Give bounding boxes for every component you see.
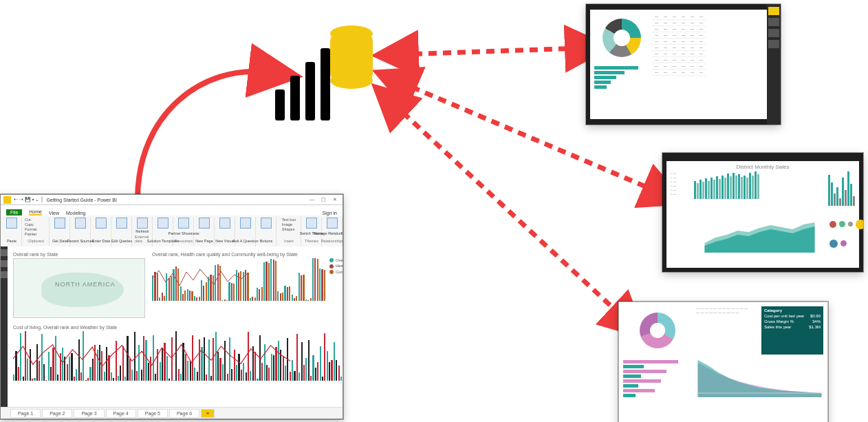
ribbon-new-page[interactable]: New Page xyxy=(195,240,213,244)
ribbon-group-insert: Insert xyxy=(284,239,294,243)
ribbon-copy[interactable]: Copy xyxy=(25,222,47,227)
ribbon-format-painter[interactable]: Format Painter xyxy=(25,227,47,237)
ribbon-get-data[interactable]: Get Data xyxy=(52,240,67,244)
monthly-bars[interactable] xyxy=(694,171,825,199)
kpi-header: Category xyxy=(764,308,821,313)
data-table[interactable]: —————— —————— —————— —————— —————— —————… xyxy=(652,14,706,76)
ribbon-group-clipboard: Clipboard xyxy=(28,239,44,243)
ribbon: Paste Cut Copy Format Painter Clipboard … xyxy=(1,215,343,249)
svg-marker-3 xyxy=(698,360,822,397)
page-tabs[interactable]: Page 1 Page 2 Page 3 Page 4 Page 5 Page … xyxy=(1,407,343,419)
publish-arrow xyxy=(138,72,265,200)
ribbon-tabs[interactable]: File Home View Modeling Sign in xyxy=(1,205,343,215)
tool-icon[interactable] xyxy=(768,18,779,26)
tool-icon[interactable] xyxy=(768,40,779,48)
viz2-bars[interactable] xyxy=(152,258,325,301)
ribbon-relationships[interactable]: Manage Relationships xyxy=(314,232,343,236)
signin-link[interactable]: Sign in xyxy=(323,211,337,215)
report-canvas[interactable]: Overall rank by State NORTH AMERICA Over… xyxy=(8,246,343,408)
report-title: District Monthly Sales xyxy=(671,164,855,170)
qat: ⇠ ⇢ 💾 • ⌄ │ xyxy=(14,197,44,202)
text-block: — — — — — — — — — — — —— — — — — — — — —… xyxy=(696,306,757,355)
file-tab[interactable]: File xyxy=(6,209,22,215)
page-tab[interactable]: Page 4 xyxy=(106,409,136,418)
ribbon-new-visual[interactable]: New Visual xyxy=(215,240,234,244)
left-view-rail[interactable] xyxy=(1,246,8,408)
bubble-chart[interactable] xyxy=(828,214,863,253)
ribbon-enter-data[interactable]: Enter Data xyxy=(92,240,110,244)
ribbon-ask-question[interactable]: Ask A Question xyxy=(232,240,258,244)
page-tab[interactable]: Page 3 xyxy=(74,409,104,418)
ribbon-refresh[interactable]: Refresh xyxy=(135,230,149,234)
ribbon-edit-queries[interactable]: Edit Queries xyxy=(111,240,132,244)
tab-modeling[interactable]: Modeling xyxy=(66,211,85,215)
ribbon-cut[interactable]: Cut xyxy=(25,218,47,222)
page-tab[interactable]: Page 1 xyxy=(10,409,41,418)
app-icon xyxy=(3,196,11,204)
map-visual[interactable]: NORTH AMERICA xyxy=(13,258,145,318)
page-tab[interactable]: Page 5 xyxy=(138,409,168,418)
tool-icon[interactable] xyxy=(768,29,779,37)
tool-icon[interactable] xyxy=(768,7,779,15)
window-title: Getting Started Guide - Power BI xyxy=(47,198,117,202)
titlebar: ⇠ ⇢ 💾 • ⌄ │ Getting Started Guide - Powe… xyxy=(1,195,343,205)
ribbon-group-resources: Resources xyxy=(175,239,193,243)
sync-arrow-3 xyxy=(382,93,622,317)
area-chart[interactable] xyxy=(696,359,823,397)
add-page-button[interactable]: + xyxy=(201,409,215,418)
powerbi-logo xyxy=(268,38,365,120)
tab-home[interactable]: Home xyxy=(29,209,42,215)
ribbon-buttons[interactable]: Buttons xyxy=(260,240,273,244)
ribbon-group-themes: Themes xyxy=(305,239,318,243)
ribbon-shapes[interactable]: Shapes xyxy=(282,227,296,232)
donut-chart[interactable] xyxy=(640,313,675,348)
consumer-dashboard-light: — — — — — — — — — — — —— — — — — — — — —… xyxy=(618,302,828,422)
viz2-title: Overall rank, Health care quality and Co… xyxy=(152,252,343,257)
ribbon-image[interactable]: Image xyxy=(282,222,296,227)
data-view-icon[interactable] xyxy=(1,260,8,267)
map-label: NORTH AMERICA xyxy=(55,281,116,288)
ribbon-group-calc: Calculations xyxy=(343,239,343,243)
hbar-chart[interactable] xyxy=(623,359,692,422)
report-view-icon[interactable] xyxy=(1,249,8,256)
window-controls[interactable]: — ▢ ✕ xyxy=(310,197,340,202)
ribbon-paste[interactable]: Paste xyxy=(7,240,17,244)
ribbon-group-rel: Relationships xyxy=(321,239,343,243)
area-chart[interactable] xyxy=(694,214,825,253)
page-tab[interactable]: Page 6 xyxy=(169,409,199,418)
powerbi-desktop-window: ⇠ ⇢ 💾 • ⌄ │ Getting Started Guide - Powe… xyxy=(0,194,343,419)
waterfall-chart[interactable] xyxy=(828,171,863,211)
database-icon xyxy=(330,34,373,81)
viz3-title: Cost of living, Overall rank and Weather… xyxy=(13,325,343,330)
ribbon-new-measure[interactable]: New Measure xyxy=(341,232,343,236)
consumer-dashboard-dark: —————— —————— —————— —————— —————— —————… xyxy=(586,4,781,125)
sync-arrow-1 xyxy=(385,48,579,55)
consumer-report-sales: District Monthly Sales ▫ —▫ —▫ —▫ —▫ —▫ … xyxy=(662,153,863,272)
ribbon-recent[interactable]: Recent Sources xyxy=(67,240,94,244)
tab-view[interactable]: View xyxy=(49,211,59,215)
model-view-icon[interactable] xyxy=(1,271,8,278)
page-tab[interactable]: Page 2 xyxy=(42,409,72,418)
ribbon-textbox[interactable]: Text box xyxy=(282,218,296,222)
right-toolstrip[interactable] xyxy=(767,4,781,125)
viz1-title: Overall rank by State xyxy=(13,252,145,257)
viz3-bars[interactable] xyxy=(13,331,343,381)
kpi-card[interactable]: Category Cost per unit last year$0.90 Gr… xyxy=(761,306,823,355)
slicer-list[interactable]: ▫ —▫ —▫ —▫ —▫ —▫ — xyxy=(671,171,691,211)
donut-chart[interactable] xyxy=(603,19,641,57)
viz2-legend: Overall rank Health care quality Communi… xyxy=(329,258,343,301)
